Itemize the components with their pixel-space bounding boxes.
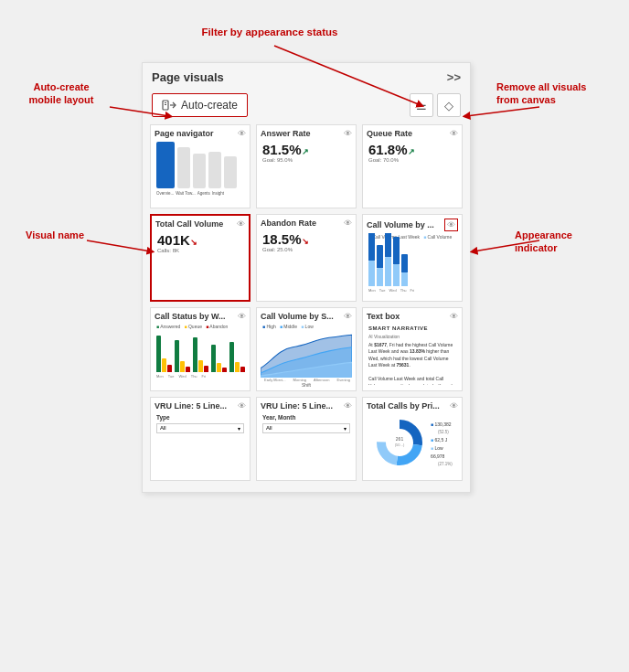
card-header: Queue Rate 👁 [367,129,458,138]
panel-title: Page visuals [152,70,224,84]
eye-icon[interactable]: 👁 [344,219,352,228]
visual-card-name: Page navigator [155,129,214,138]
visual-card-call-volume-shift[interactable]: Call Volume by S... 👁 ■ High ■ Middle ■ … [256,307,357,391]
visual-card-name: Call Volume by S... [261,312,334,321]
metric-content: 61.8%↗ Goal: 70.0% [367,140,458,204]
visual-card-name: VRU Line: 5 Line... [261,401,333,411]
visual-card-name: Abandon Rate [261,219,316,228]
svg-text:261: 261 [396,436,404,442]
eye-icon[interactable]: 👁 [450,129,458,138]
textbox-content: SMART NARRATIVE AI Visualization At $167… [367,323,458,387]
toolbar-right: ⚌ ◇ [410,93,461,117]
auto-create-label: Auto-create [181,99,238,112]
card-header: Call Volume by S... 👁 [261,312,352,321]
visual-card-textbox[interactable]: Text box 👁 SMART NARRATIVE AI Visualizat… [362,307,463,391]
card-header: Call Status by W... 👁 [155,312,246,321]
svg-rect-3 [165,104,166,105]
visual-card-name: Total Call Volume [155,219,223,229]
metric-content: 401K↘ Calls: 8K [155,230,245,294]
card-header: Call Volume by ... 👁 [367,219,458,231]
metric-content: 18.5%↘ Goal: 25.0% [261,229,352,293]
visual-card-answer-rate[interactable]: Answer Rate 👁 81.5%↗ Goal: 95.0% [256,124,357,208]
visual-card-vru-line-2[interactable]: VRU Line: 5 Line... 👁 Year, Month All ▾ [256,397,357,481]
panel-toolbar: Auto-create ⚌ ◇ [143,90,470,124]
eye-icon[interactable]: 👁 [450,401,458,411]
donut-content: 261 (50...) ■ 130,382 (52.5) ■ 62,5 J ■ … [367,412,458,476]
remove-all-visuals-label: Remove all visuals from canvas [496,80,615,107]
eye-icon[interactable]: 👁 [344,129,352,138]
svg-line-12 [466,107,539,116]
visual-card-name: Call Volume by ... [367,220,434,229]
eye-icon[interactable]: 👁 [238,401,246,411]
eye-icon[interactable]: 👁 [238,129,246,138]
page-visuals-panel: Page visuals >> Auto-create ⚌ [142,62,471,493]
bar-chart-content: ■ Call Volume Last Week ■ Call Volume [367,233,458,297]
card-header: Total Call Volume 👁 [155,219,245,229]
auto-create-button[interactable]: Auto-create [152,93,248,117]
remove-all-button[interactable]: ◇ [437,93,461,117]
filter-by-appearance-label: Filter by appearance status [178,26,361,39]
visual-card-name: Total Calls by Pri... [367,401,440,411]
panel-header: Page visuals >> [143,63,470,90]
visual-name-label: Visual name [14,229,96,241]
eye-icon[interactable]: 👁 [238,312,246,321]
visual-card-name: Answer Rate [261,129,311,138]
card-header: Text box 👁 [367,312,458,321]
visual-card-abandon-rate[interactable]: Abandon Rate 👁 18.5%↘ Goal: 25.0% [256,214,357,302]
visual-card-total-call-volume[interactable]: Total Call Volume 👁 401K↘ Calls: 8K [150,214,251,302]
mobile-layout-icon [162,98,176,112]
svg-text:(50...): (50...) [395,443,405,447]
visual-card-vru-line-1[interactable]: VRU Line: 5 Line... 👁 Type All ▾ [150,397,251,481]
card-header: Total Calls by Pri... 👁 [367,401,458,411]
eye-icon[interactable]: 👁 [344,401,352,411]
card-header: Answer Rate 👁 [261,129,352,138]
filter-visuals-button[interactable]: ⚌ [410,93,433,117]
filter-icon: ⚌ [416,99,427,112]
slicer-content: Type All ▾ [155,412,246,476]
visual-card-total-calls-donut[interactable]: Total Calls by Pri... 👁 [362,397,463,481]
eye-icon[interactable]: 👁 [444,219,458,231]
grouped-bar-content: ■ Answered ■ Queue ■ Abandon [155,323,246,387]
eraser-icon: ◇ [444,99,453,112]
svg-rect-2 [165,102,166,103]
card-header: Abandon Rate 👁 [261,219,352,228]
eye-icon[interactable]: 👁 [237,219,245,229]
navigator-content: Overvie... Wait Tow... Agents Insight [155,140,246,204]
visual-card-name: Queue Rate [367,129,412,138]
eye-icon[interactable]: 👁 [344,312,352,321]
card-header: VRU Line: 5 Line... 👁 [155,401,246,411]
slicer-content-2: Year, Month All ▾ [261,412,352,476]
panel-chevron[interactable]: >> [447,70,461,84]
visual-card-name: VRU Line: 5 Line... [155,401,227,411]
area-chart-content: ■ High ■ Middle ■ Low Ea [261,323,352,387]
card-header: Page navigator 👁 [155,129,246,138]
visual-card-queue-rate[interactable]: Queue Rate 👁 61.8%↗ Goal: 70.0% [362,124,463,208]
visual-card-name: Call Status by W... [155,312,226,321]
appearance-indicator-label: Appearance indicator [515,229,615,255]
visual-card-name: Text box [367,312,400,321]
visual-card-page-navigator[interactable]: Page navigator 👁 Overvie... Wait Tow... [150,124,251,208]
visual-card-call-volume-by[interactable]: Call Volume by ... 👁 ■ Call Volume Last … [362,214,463,302]
visual-card-call-status[interactable]: Call Status by W... 👁 ■ Answered ■ Queue… [150,307,251,391]
metric-content: 81.5%↗ Goal: 95.0% [261,140,352,204]
eye-icon[interactable]: 👁 [450,312,458,321]
visuals-grid: Page navigator 👁 Overvie... Wait Tow... [143,124,470,481]
auto-create-mobile-label: Auto-create mobile layout [11,80,112,107]
card-header: VRU Line: 5 Line... 👁 [261,401,352,411]
